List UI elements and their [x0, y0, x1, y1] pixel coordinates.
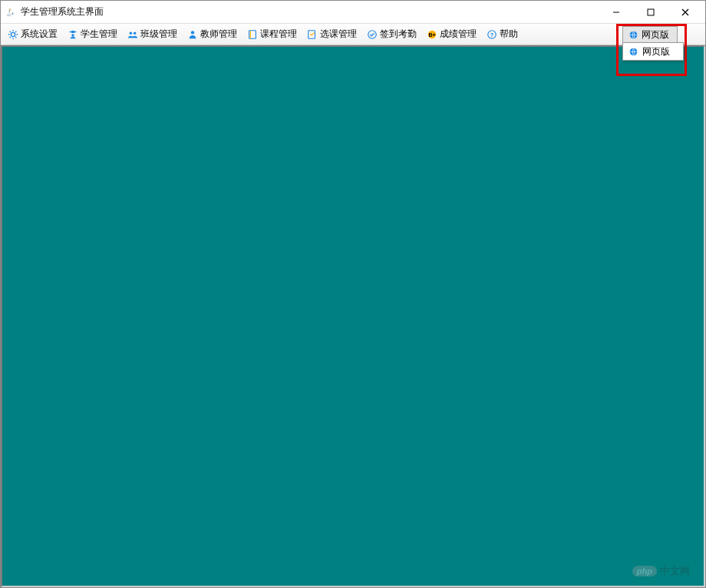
svg-point-5 [71, 34, 74, 37]
book-icon [246, 28, 259, 41]
menu-class-management[interactable]: 班级管理 [122, 25, 182, 44]
app-window: 学生管理系统主界面 系统设置 学生管理 [0, 0, 706, 588]
menu-help[interactable]: ? 帮助 [481, 25, 523, 44]
menu-label: 帮助 [500, 28, 518, 41]
student-icon [67, 28, 79, 41]
web-version-dropdown: 网页版 网页版 [622, 26, 684, 61]
svg-point-7 [134, 31, 137, 35]
window-controls [599, 2, 702, 23]
help-icon: ? [486, 28, 498, 41]
svg-text:B+: B+ [428, 31, 435, 37]
globe-icon [627, 45, 639, 58]
menu-label: 成绩管理 [440, 28, 477, 41]
web-version-label: 网页版 [642, 28, 669, 41]
menu-label: 教师管理 [200, 28, 237, 41]
title-bar: 学生管理系统主界面 [1, 1, 705, 24]
check-icon [366, 28, 378, 41]
badge-icon: B+ [426, 28, 438, 41]
menu-system-settings[interactable]: 系统设置 [2, 25, 62, 44]
menu-student-management[interactable]: 学生管理 [62, 25, 122, 44]
web-version-button[interactable]: 网页版 [622, 26, 678, 43]
svg-text:?: ? [490, 31, 494, 38]
menu-grade-management[interactable]: B+ 成绩管理 [421, 25, 481, 44]
menu-selection-management[interactable]: 选课管理 [302, 25, 361, 44]
dropdown-option-web[interactable]: 网页版 [623, 43, 683, 60]
dropdown-option-label: 网页版 [642, 45, 670, 58]
svg-point-4 [11, 32, 15, 36]
window-title: 学生管理系统主界面 [21, 5, 599, 18]
menu-label: 选课管理 [320, 28, 357, 41]
group-icon [127, 28, 139, 41]
svg-rect-1 [648, 9, 654, 15]
menu-label: 学生管理 [81, 28, 117, 41]
menu-teacher-management[interactable]: 教师管理 [182, 25, 242, 44]
menu-label: 课程管理 [260, 28, 297, 41]
gear-icon [7, 28, 19, 41]
teacher-icon [186, 28, 199, 41]
close-button[interactable] [668, 2, 702, 23]
java-icon [4, 6, 16, 18]
svg-point-8 [191, 31, 194, 34]
svg-point-6 [130, 31, 133, 35]
mdi-content-area [1, 45, 705, 587]
select-icon [306, 28, 318, 41]
dropdown-panel: 网页版 [622, 42, 684, 61]
menu-bar: 系统设置 学生管理 班级管理 教师管理 课程管理 [1, 24, 705, 45]
maximize-button[interactable] [633, 2, 668, 23]
menu-course-management[interactable]: 课程管理 [242, 25, 302, 44]
menu-label: 班级管理 [140, 28, 177, 41]
globe-icon [627, 28, 639, 41]
menu-attendance[interactable]: 签到考勤 [361, 25, 421, 44]
minimize-button[interactable] [599, 2, 633, 23]
menu-label: 系统设置 [21, 28, 58, 41]
menu-label: 签到考勤 [380, 28, 417, 41]
